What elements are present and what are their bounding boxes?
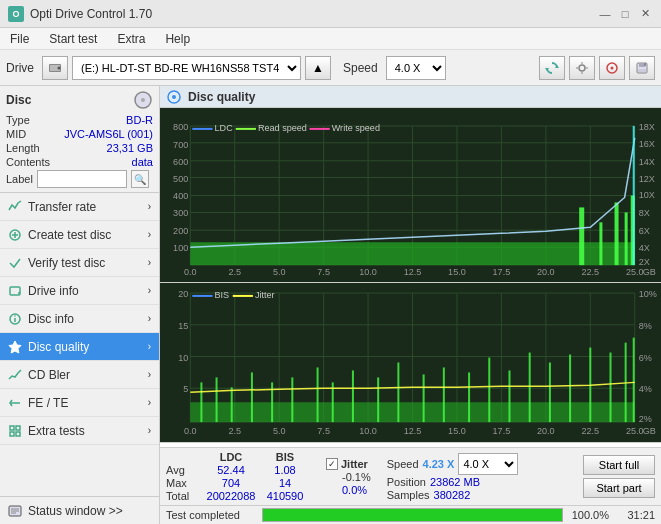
charts-area: 800 700 600 500 400 300 200 100 18X 16X … (160, 108, 661, 447)
svg-rect-61 (579, 207, 584, 265)
svg-text:GB: GB (643, 267, 656, 277)
sidebar-item-fe-te[interactable]: FE / TE › (0, 389, 159, 417)
svg-text:20: 20 (178, 289, 188, 299)
jitter-header: Jitter (341, 458, 368, 470)
svg-rect-9 (586, 67, 588, 68)
main-layout: Disc Type BD-R MID JVC-AMS6L (001) Lengt… (0, 86, 661, 524)
close-button[interactable]: ✕ (637, 6, 653, 22)
sidebar-item-verify-test-disc[interactable]: Verify test disc › (0, 249, 159, 277)
verify-disc-icon (8, 256, 22, 270)
drive-icon-btn[interactable] (42, 56, 68, 80)
svg-rect-129 (352, 370, 354, 422)
speed-key: Speed (387, 458, 419, 470)
svg-point-17 (141, 98, 145, 102)
bis-header: BIS (260, 451, 310, 463)
svg-rect-14 (644, 63, 646, 66)
status-window-button[interactable]: Status window >> (0, 496, 159, 524)
sidebar-item-disc-quality[interactable]: Disc quality › (0, 333, 159, 361)
svg-rect-143 (633, 338, 635, 422)
minimize-button[interactable]: — (597, 6, 613, 22)
label-input[interactable] (37, 170, 127, 188)
menu-file[interactable]: File (6, 30, 33, 48)
svg-text:2%: 2% (639, 414, 652, 424)
maximize-button[interactable]: □ (617, 6, 633, 22)
svg-point-22 (18, 292, 20, 294)
svg-text:400: 400 (173, 192, 188, 202)
svg-point-11 (611, 66, 614, 69)
drive-select[interactable]: (E:) HL-DT-ST BD-RE WH16NS58 TST4 (72, 56, 301, 80)
app-title: Opti Drive Control 1.70 (30, 7, 152, 21)
drive-label: Drive (6, 61, 34, 75)
speed-section: Speed 4.23 X 4.0 X Position 23862 MB Sam… (387, 453, 519, 501)
save-button[interactable] (629, 56, 655, 80)
status-text: Test completed (166, 509, 256, 521)
svg-rect-139 (569, 355, 571, 423)
app-icon: O (8, 6, 24, 22)
speed-inline-select[interactable]: 4.0 X (458, 453, 518, 475)
svg-rect-64 (625, 212, 628, 265)
titlebar: O Opti Drive Control 1.70 — □ ✕ (0, 0, 661, 28)
speed-select[interactable]: 4.0 X (386, 56, 446, 80)
sidebar-label-drive-info: Drive info (28, 284, 79, 298)
svg-marker-26 (9, 341, 21, 353)
svg-text:Read speed: Read speed (258, 123, 307, 133)
sidebar-item-transfer-rate[interactable]: Transfer rate › (0, 193, 159, 221)
svg-text:6%: 6% (639, 353, 652, 363)
svg-text:500: 500 (173, 174, 188, 184)
svg-point-2 (58, 66, 61, 69)
status-window-icon (8, 504, 22, 518)
svg-rect-123 (231, 387, 233, 422)
progress-fill (263, 509, 562, 521)
top-chart: 800 700 600 500 400 300 200 100 18X 16X … (160, 108, 661, 283)
empty-cell (166, 451, 202, 463)
sidebar-item-extra-tests[interactable]: Extra tests › (0, 417, 159, 445)
menu-extra[interactable]: Extra (113, 30, 149, 48)
contents-value: data (132, 156, 153, 168)
sidebar-item-drive-info[interactable]: Drive info › (0, 277, 159, 305)
disc-quality-title: Disc quality (188, 90, 255, 104)
svg-rect-98 (236, 128, 256, 130)
svg-point-37 (172, 95, 176, 99)
svg-text:22.5: 22.5 (581, 267, 599, 277)
svg-rect-122 (216, 377, 218, 422)
svg-text:25.0: 25.0 (626, 426, 644, 436)
max-label: Max (166, 477, 202, 489)
label-key: Label (6, 173, 33, 185)
disc-button[interactable] (599, 56, 625, 80)
svg-text:16X: 16X (639, 139, 655, 149)
menu-start-test[interactable]: Start test (45, 30, 101, 48)
start-full-button[interactable]: Start full (583, 455, 655, 475)
svg-rect-6 (582, 62, 583, 64)
progress-time: 31:21 (615, 509, 655, 521)
jitter-section: ✓ Jitter -0.1% 0.0% (326, 458, 371, 496)
transfer-rate-icon (8, 200, 22, 214)
ldc-total: 20022088 (206, 490, 256, 502)
ldc-header: LDC (206, 451, 256, 463)
svg-text:600: 600 (173, 157, 188, 167)
settings-button[interactable] (569, 56, 595, 80)
sidebar-item-create-test-disc[interactable]: Create test disc › (0, 221, 159, 249)
jitter-checkbox[interactable]: ✓ (326, 458, 338, 470)
svg-text:200: 200 (173, 226, 188, 236)
label-btn[interactable]: 🔍 (131, 170, 149, 188)
svg-text:12.5: 12.5 (404, 267, 422, 277)
arrow-icon-transfer: › (148, 201, 151, 212)
sidebar-label-verify-test-disc: Verify test disc (28, 256, 105, 270)
sidebar-item-disc-info[interactable]: Disc info › (0, 305, 159, 333)
start-part-button[interactable]: Start part (583, 478, 655, 498)
arrow-icon-disc-quality: › (148, 341, 151, 352)
menu-help[interactable]: Help (161, 30, 194, 48)
contents-key: Contents (6, 156, 50, 168)
refresh-button[interactable] (539, 56, 565, 80)
eject-button[interactable]: ▲ (305, 56, 331, 80)
svg-text:300: 300 (173, 208, 188, 218)
svg-text:22.5: 22.5 (581, 426, 599, 436)
svg-text:12.5: 12.5 (404, 426, 422, 436)
svg-rect-60 (190, 242, 634, 265)
sidebar-label-cd-bler: CD Bler (28, 368, 70, 382)
disc-quality-icon (8, 340, 22, 354)
sidebar-label-create-test-disc: Create test disc (28, 228, 111, 242)
sidebar-item-cd-bler[interactable]: CD Bler › (0, 361, 159, 389)
svg-text:15: 15 (178, 321, 188, 331)
bottom-chart: 20 15 10 5 10% 8% 6% 4% 2% 0.0 2.5 5.0 7… (160, 283, 661, 443)
